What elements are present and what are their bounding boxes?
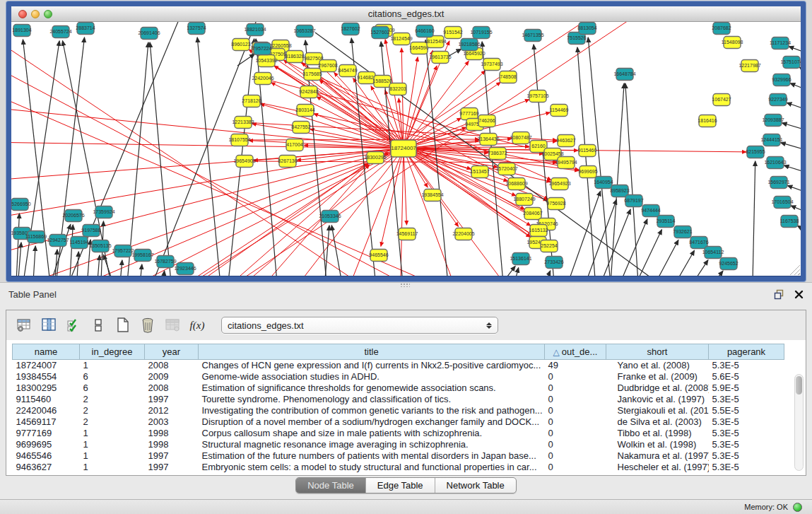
node-label: 9227349 [768, 97, 787, 102]
function-builder-icon[interactable]: f(x) [189, 317, 205, 333]
column-header-title[interactable]: title [199, 344, 545, 360]
node-label: 1640954 [594, 180, 613, 185]
node-label: 18300295 [364, 155, 386, 160]
network-window: citations_edges.txt 18724007896012389129… [6, 1, 806, 281]
node-label: 832203 [389, 86, 406, 91]
node-label: 21364436 [477, 136, 499, 141]
node-label: 10719155 [470, 30, 492, 35]
node-label: 8958923 [610, 188, 629, 193]
column-header-out_de[interactable]: △out_de... [545, 344, 606, 360]
status-bar: Memory: OK [0, 499, 812, 514]
node-label: 19495794 [555, 160, 577, 165]
node-label: 7932621 [673, 229, 692, 234]
node-label: 417004 [286, 142, 302, 147]
node-label: 20691406 [138, 30, 160, 35]
table-header-row: namein_degreeyeartitle△out_de...shortpag… [13, 344, 784, 360]
close-window-button[interactable] [18, 10, 27, 18]
float-panel-icon[interactable] [774, 289, 784, 300]
column-header-in_degree[interactable]: in_degree [80, 344, 145, 360]
table-row[interactable]: 911546021997Tourette syndrome. Phenomeno… [13, 394, 784, 405]
show-columns-icon[interactable] [41, 317, 57, 333]
node-label: 19958167 [131, 252, 153, 257]
node-label: 9242848 [299, 89, 318, 94]
node-label: 8454749 [338, 68, 357, 73]
network-canvas[interactable]: 1872400789601238912954222605589827509818… [11, 22, 801, 276]
row-height-icon[interactable] [90, 317, 106, 333]
table-type-tabs: Node TableEdge TableNetwork Table [295, 477, 517, 493]
minimize-window-button[interactable] [31, 10, 40, 18]
node-label: 17359924 [93, 209, 114, 214]
node-label: 1327574 [187, 25, 206, 30]
table-body: 1872400712008Changes of HCN gene express… [13, 360, 784, 474]
table-toolbar: f(x) citations_edges.txt [6, 310, 806, 340]
citation-graph[interactable]: 1872400789601238912954222605589827509818… [11, 22, 801, 276]
table-row[interactable]: 977716911998Corpus callosum shape and si… [13, 428, 784, 439]
node-label: 19757105 [526, 93, 548, 98]
node-label: 10653287 [293, 28, 315, 33]
node-label: 17016504 [771, 199, 793, 204]
node-label: 1154469 [550, 107, 569, 112]
column-header-pagerank[interactable]: pagerank [709, 344, 784, 360]
node-label: 16210643 [764, 160, 786, 165]
delete-columns-icon[interactable] [140, 317, 155, 333]
table-scrollbar-thumb[interactable] [796, 376, 802, 395]
table-row[interactable]: 1938455462009Genome-wide association stu… [13, 371, 784, 382]
window-titlebar[interactable]: citations_edges.txt [11, 6, 801, 22]
node-label: 16645920 [463, 51, 485, 56]
table-row[interactable]: 1830029562008Estimation of significance … [13, 382, 784, 394]
table-scrollbar[interactable] [794, 374, 804, 471]
node-label: 12093887 [762, 117, 784, 122]
window-title: citations_edges.txt [11, 6, 801, 21]
node-label: 9777169 [459, 111, 478, 116]
table-row[interactable]: 1872400712008Changes of HCN gene express… [13, 360, 784, 372]
column-header-year[interactable]: year [145, 344, 199, 360]
memory-status-indicator[interactable] [793, 503, 802, 512]
node-label: 8960123 [231, 42, 250, 47]
node-label: 19384554 [421, 192, 443, 197]
create-column-icon[interactable] [115, 317, 131, 333]
node-label: 12217987 [739, 63, 760, 68]
node-label: 2967608 [318, 63, 337, 68]
node-label: 1816416 [698, 118, 717, 123]
column-header-name[interactable]: name [13, 344, 80, 360]
table-row[interactable]: 1456911722003Disruption of a novel membe… [13, 416, 784, 428]
node-label: 1615132 [529, 228, 548, 233]
node-label: 11156869 [25, 234, 47, 239]
tab-edge-table[interactable]: Edge Table [365, 478, 435, 493]
tab-node-table[interactable]: Node Table [296, 478, 365, 493]
node-label: 10025458 [541, 151, 563, 156]
select-columns-icon[interactable] [66, 317, 81, 333]
table-row[interactable]: 946362711997Embryonic stem cells: a mode… [13, 462, 784, 473]
node-label: 62160 [531, 144, 546, 148]
table-row[interactable]: 969969511998Structural magnetic resonanc… [13, 439, 784, 450]
node-label: 1513457 [470, 169, 489, 174]
table-source-dropdown[interactable]: citations_edges.txt [221, 317, 498, 334]
node-label: 9329966 [772, 77, 791, 82]
node-label: 22260558 [269, 43, 291, 48]
table-panel-body: f(x) citations_edges.txt namein_degreeye… [6, 310, 806, 476]
node-label: 2733426 [544, 259, 563, 264]
node-label: 12942757 [47, 238, 69, 243]
node-label: 21053346 [319, 214, 341, 218]
node-label: 8813054 [577, 25, 596, 30]
node-label: 18821034 [244, 27, 266, 32]
node-label: 2883714 [76, 25, 95, 30]
node-label: 19613735 [429, 54, 451, 59]
table-mode-icon[interactable] [16, 317, 32, 333]
node-label: 11171234 [770, 40, 791, 45]
close-panel-icon[interactable] [794, 290, 804, 299]
tab-network-table[interactable]: Network Table [435, 478, 516, 493]
node-label: 15720407 [495, 166, 517, 171]
column-header-short[interactable]: short [606, 344, 709, 360]
graph-nodes[interactable]: 1872400789601238912954222605589827509818… [11, 23, 801, 275]
node-label: 1664590 [409, 45, 428, 50]
node-label: 10543392 [255, 58, 277, 63]
node-label: 19218586 [458, 42, 480, 47]
table-tabs-row: Node TableEdge TableNetwork Table [0, 477, 812, 493]
node-label: 9465546 [369, 252, 388, 257]
table-row[interactable]: 946554611997Estimation of the future num… [13, 450, 784, 462]
zoom-window-button[interactable] [44, 10, 52, 18]
table-row[interactable]: 2242004622012Investigating the contribut… [13, 405, 784, 416]
node-label: 1588520 [372, 78, 392, 83]
node-table[interactable]: namein_degreeyeartitle△out_de...shortpag… [12, 344, 784, 473]
